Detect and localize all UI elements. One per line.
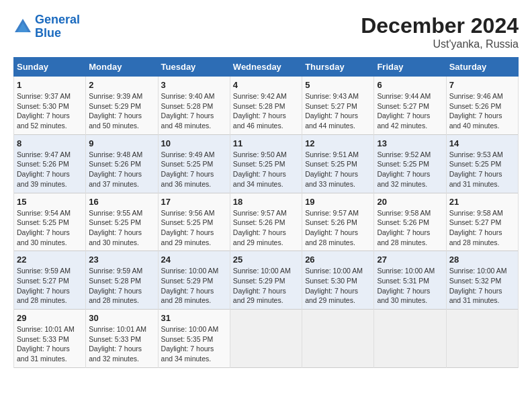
day-number: 28 [449,255,515,265]
day-info: Sunrise: 9:39 AM Sunset: 5:29 PM Dayligh… [89,91,154,131]
logo-line2: Blue [35,26,61,40]
day-info: Sunrise: 9:59 AM Sunset: 5:27 PM Dayligh… [17,266,83,306]
calendar-cell: 28Sunrise: 10:00 AM Sunset: 5:32 PM Dayl… [446,251,518,310]
logo-text: General Blue [35,13,80,40]
calendar-cell: 29Sunrise: 10:01 AM Sunset: 5:33 PM Dayl… [14,310,86,368]
day-info: Sunrise: 9:57 AM Sunset: 5:26 PM Dayligh… [305,208,371,248]
day-info: Sunrise: 10:00 AM Sunset: 5:31 PM Daylig… [377,266,443,306]
calendar-cell: 3Sunrise: 9:40 AM Sunset: 5:28 PM Daylig… [158,77,230,135]
calendar-cell: 5Sunrise: 9:43 AM Sunset: 5:27 PM Daylig… [302,77,374,135]
calendar-cell: 31Sunrise: 10:00 AM Sunset: 5:35 PM Dayl… [158,310,230,368]
day-info: Sunrise: 10:00 AM Sunset: 5:32 PM Daylig… [449,266,515,306]
calendar-cell: 27Sunrise: 10:00 AM Sunset: 5:31 PM Dayl… [374,251,446,310]
day-number: 10 [161,138,227,148]
day-number: 1 [17,80,83,90]
calendar-cell: 14Sunrise: 9:53 AM Sunset: 5:25 PM Dayli… [446,134,518,193]
day-number: 30 [89,313,154,323]
weekday-header-monday: Monday [86,58,158,77]
day-info: Sunrise: 9:51 AM Sunset: 5:25 PM Dayligh… [305,150,371,189]
day-number: 25 [233,255,299,265]
day-info: Sunrise: 10:01 AM Sunset: 5:33 PM Daylig… [17,324,83,364]
day-number: 17 [161,197,227,207]
calendar-week-row: 1Sunrise: 9:37 AM Sunset: 5:30 PM Daylig… [14,77,519,135]
day-info: Sunrise: 10:00 AM Sunset: 5:29 PM Daylig… [233,266,299,306]
calendar-cell [302,310,374,368]
calendar-week-row: 15Sunrise: 9:54 AM Sunset: 5:25 PM Dayli… [14,193,519,251]
calendar-cell: 30Sunrise: 10:01 AM Sunset: 5:33 PM Dayl… [86,310,158,368]
day-number: 27 [377,255,443,265]
day-info: Sunrise: 10:00 AM Sunset: 5:35 PM Daylig… [161,324,227,364]
weekday-header-thursday: Thursday [302,58,374,77]
day-number: 13 [377,138,443,148]
day-number: 8 [17,138,83,148]
calendar-cell: 18Sunrise: 9:57 AM Sunset: 5:26 PM Dayli… [230,193,302,251]
day-number: 26 [305,255,371,265]
day-info: Sunrise: 9:56 AM Sunset: 5:25 PM Dayligh… [161,208,227,248]
day-info: Sunrise: 9:52 AM Sunset: 5:25 PM Dayligh… [377,150,443,189]
day-info: Sunrise: 10:00 AM Sunset: 5:29 PM Daylig… [161,266,227,306]
calendar-cell [374,310,446,368]
day-number: 31 [161,313,227,323]
calendar-cell: 21Sunrise: 9:58 AM Sunset: 5:27 PM Dayli… [446,193,518,251]
logo-icon [13,17,32,36]
day-number: 29 [17,313,83,323]
weekday-header-wednesday: Wednesday [230,58,302,77]
calendar-cell: 20Sunrise: 9:58 AM Sunset: 5:26 PM Dayli… [374,193,446,251]
day-number: 2 [89,80,154,90]
calendar-cell: 12Sunrise: 9:51 AM Sunset: 5:25 PM Dayli… [302,134,374,193]
calendar-cell: 15Sunrise: 9:54 AM Sunset: 5:25 PM Dayli… [14,193,86,251]
calendar-cell [446,310,518,368]
day-number: 20 [377,197,443,207]
calendar-cell: 9Sunrise: 9:48 AM Sunset: 5:26 PM Daylig… [86,134,158,193]
day-number: 15 [17,197,83,207]
calendar-cell: 16Sunrise: 9:55 AM Sunset: 5:25 PM Dayli… [86,193,158,251]
calendar-cell: 11Sunrise: 9:50 AM Sunset: 5:25 PM Dayli… [230,134,302,193]
calendar-cell: 2Sunrise: 9:39 AM Sunset: 5:29 PM Daylig… [86,77,158,135]
day-info: Sunrise: 9:57 AM Sunset: 5:26 PM Dayligh… [233,208,299,248]
location-subtitle: Ust'yanka, Russia [361,38,519,50]
calendar-cell: 10Sunrise: 9:49 AM Sunset: 5:25 PM Dayli… [158,134,230,193]
day-info: Sunrise: 9:46 AM Sunset: 5:26 PM Dayligh… [449,91,515,131]
day-number: 23 [89,255,154,265]
day-number: 11 [233,138,299,148]
calendar-cell: 8Sunrise: 9:47 AM Sunset: 5:26 PM Daylig… [14,134,86,193]
day-info: Sunrise: 9:43 AM Sunset: 5:27 PM Dayligh… [305,91,371,131]
day-number: 6 [377,80,443,90]
day-number: 4 [233,80,299,90]
calendar-cell: 13Sunrise: 9:52 AM Sunset: 5:25 PM Dayli… [374,134,446,193]
day-info: Sunrise: 10:01 AM Sunset: 5:33 PM Daylig… [89,324,154,364]
header: General Blue December 2024 Ust'yanka, Ru… [13,13,519,50]
weekday-header-tuesday: Tuesday [158,58,230,77]
day-number: 12 [305,138,371,148]
day-number: 16 [89,197,154,207]
day-number: 14 [449,138,515,148]
weekday-header-saturday: Saturday [446,58,518,77]
calendar-cell: 19Sunrise: 9:57 AM Sunset: 5:26 PM Dayli… [302,193,374,251]
calendar-week-row: 22Sunrise: 9:59 AM Sunset: 5:27 PM Dayli… [14,251,519,310]
calendar-cell: 7Sunrise: 9:46 AM Sunset: 5:26 PM Daylig… [446,77,518,135]
calendar-table: SundayMondayTuesdayWednesdayThursdayFrid… [13,57,519,368]
calendar-cell [230,310,302,368]
title-area: December 2024 Ust'yanka, Russia [361,13,519,50]
calendar-cell: 4Sunrise: 9:42 AM Sunset: 5:28 PM Daylig… [230,77,302,135]
day-info: Sunrise: 9:58 AM Sunset: 5:27 PM Dayligh… [449,208,515,248]
day-info: Sunrise: 9:59 AM Sunset: 5:28 PM Dayligh… [89,266,154,306]
day-info: Sunrise: 9:42 AM Sunset: 5:28 PM Dayligh… [233,91,299,131]
calendar-cell: 26Sunrise: 10:00 AM Sunset: 5:30 PM Dayl… [302,251,374,310]
day-number: 22 [17,255,83,265]
logo: General Blue [13,13,80,40]
day-info: Sunrise: 9:44 AM Sunset: 5:27 PM Dayligh… [377,91,443,131]
weekday-header-friday: Friday [374,58,446,77]
day-info: Sunrise: 9:50 AM Sunset: 5:25 PM Dayligh… [233,150,299,189]
day-info: Sunrise: 9:40 AM Sunset: 5:28 PM Dayligh… [161,91,227,131]
logo-line1: General [35,13,80,26]
day-number: 5 [305,80,371,90]
day-info: Sunrise: 9:48 AM Sunset: 5:26 PM Dayligh… [89,150,154,189]
day-info: Sunrise: 9:54 AM Sunset: 5:25 PM Dayligh… [17,208,83,248]
calendar-cell: 25Sunrise: 10:00 AM Sunset: 5:29 PM Dayl… [230,251,302,310]
day-number: 19 [305,197,371,207]
day-info: Sunrise: 9:37 AM Sunset: 5:30 PM Dayligh… [17,91,83,131]
calendar-week-row: 29Sunrise: 10:01 AM Sunset: 5:33 PM Dayl… [14,310,519,368]
day-number: 24 [161,255,227,265]
day-info: Sunrise: 9:49 AM Sunset: 5:25 PM Dayligh… [161,150,227,189]
